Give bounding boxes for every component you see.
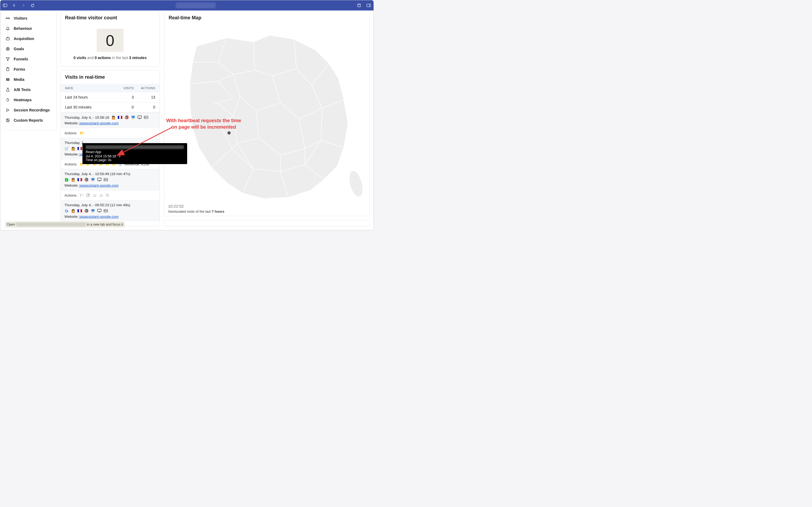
visit-timestamp: Thursday, July 4, - 09:55:23 (12 min 49s…	[64, 203, 130, 207]
tooltip-time-on-page: Time on page: 0s	[85, 158, 184, 162]
svg-point-7	[8, 18, 10, 19]
actions-label: Actions:	[64, 162, 77, 166]
caption-and: and	[86, 56, 95, 60]
back-icon[interactable]	[12, 3, 16, 7]
sidebar-item-visitors[interactable]: Visitors	[1, 13, 56, 23]
drop-icon	[6, 98, 10, 102]
sidebar-item-heatmaps[interactable]: Heatmaps	[1, 95, 56, 105]
website-link[interactable]: tagassistant.google.com	[78, 121, 118, 125]
svg-rect-55	[92, 212, 94, 212]
sidebar-item-acquisition[interactable]: Acquisition	[1, 34, 56, 44]
chrome-icon	[125, 115, 129, 119]
play-icon	[6, 108, 10, 112]
table-row[interactable]: Last 30 minutes 0 0	[61, 102, 160, 112]
svg-point-59	[105, 210, 106, 211]
share-icon[interactable]	[357, 3, 361, 7]
chrome-icon	[84, 209, 89, 213]
sidebar-item-label: Behaviour	[14, 26, 32, 31]
sidebar-item-funnels[interactable]: Funnels	[1, 54, 56, 64]
row-date: Last 24 hours	[65, 95, 115, 99]
forward-icon	[21, 3, 25, 7]
svg-point-50	[106, 194, 108, 196]
row-visits: 0	[115, 105, 134, 109]
funnel-icon	[6, 57, 10, 61]
table-header: DATE VISITS ACTIONS	[61, 84, 160, 92]
cloud-icon[interactable]: ☁️	[99, 193, 103, 198]
sidebar-toggle-icon[interactable]	[3, 3, 7, 7]
external-link-icon[interactable]	[86, 193, 90, 198]
website-label: Website:	[64, 183, 78, 187]
sidebar-item-label: Goals	[14, 47, 24, 51]
caption-minutes: 3 minutes	[129, 56, 147, 60]
map-marker[interactable]	[227, 131, 231, 134]
goal-badge-icon: 1	[64, 177, 69, 182]
sidebar: Visitors Behaviour Acquisition Goals Fun…	[1, 11, 57, 130]
svg-rect-38	[65, 177, 66, 179]
caption-in: in the last	[111, 56, 129, 60]
svg-point-62	[347, 169, 365, 199]
row-actions: 13	[134, 95, 155, 99]
clipboard-icon	[6, 67, 10, 71]
svg-rect-29	[132, 118, 134, 119]
sidebar-item-behaviour[interactable]: Behaviour	[1, 23, 56, 34]
sidebar-item-label: Heatmaps	[14, 98, 32, 102]
svg-text:1: 1	[66, 179, 67, 181]
user-icon: 🙍	[71, 177, 75, 182]
th-actions: ACTIONS	[134, 87, 155, 90]
svg-rect-41	[91, 178, 95, 180]
sidebar-item-abtests[interactable]: A/B Tests	[1, 84, 56, 95]
user-icon: 🙍	[71, 146, 75, 151]
target-icon	[6, 47, 10, 51]
row-visits: 3	[115, 95, 134, 99]
website-label: Website:	[64, 121, 78, 125]
desktop-icon	[137, 115, 142, 119]
search-icon[interactable]	[105, 193, 110, 198]
svg-rect-18	[7, 79, 8, 80]
svg-rect-43	[98, 178, 101, 180]
sidebar-item-recordings[interactable]: Session Recordings	[1, 105, 56, 115]
statusbar-url-blur	[16, 223, 86, 226]
visit-entry[interactable]: Thursday, July 4, - 09:55:23 (12 min 49s…	[61, 200, 160, 221]
annotation-line1: With heartbeat requests the time	[166, 117, 241, 124]
visitor-count-caption: 0 visits and 0 actions in the last 3 min…	[61, 52, 160, 63]
mac-icon	[91, 209, 95, 213]
visit-entry[interactable]: Thursday, July 4, - 10:50:49 (19 min 47s…	[61, 169, 160, 190]
folder-icon[interactable]: 📁	[79, 131, 84, 135]
actions-row: Actions: 🏳️ ☁️ ☁️	[61, 190, 160, 200]
website-link[interactable]: tagassistant.google.com	[78, 183, 118, 187]
flag-icon[interactable]: 🏳️	[79, 193, 84, 198]
visit-entry[interactable]: Thursday, July 4, - 15:56:18 🙍 Website: …	[61, 112, 160, 128]
visitors-icon	[6, 16, 10, 20]
cloud-icon[interactable]: ☁️	[93, 193, 97, 198]
sidebar-item-forms[interactable]: Forms	[1, 64, 56, 74]
annotation-text: With heartbeat requests the time on page…	[166, 117, 241, 130]
desktop-icon	[97, 209, 102, 213]
visitor-count-card: Real-time visitor count 0 0 visits and 0…	[60, 11, 160, 67]
annotation-line2: on page will be incremented	[166, 124, 241, 130]
status-bar: Open in a new tab and focus it	[5, 222, 125, 227]
id-icon	[104, 177, 108, 182]
google-icon	[64, 209, 69, 213]
sidebar-item-label: Acquisition	[14, 37, 34, 41]
th-visits: VISITS	[115, 87, 134, 90]
svg-line-51	[108, 196, 109, 196]
svg-point-13	[8, 49, 8, 49]
svg-rect-19	[8, 79, 9, 80]
sidebar-item-media[interactable]: Media	[1, 74, 56, 84]
website-link[interactable]: tagassistant.google.com	[78, 215, 118, 219]
sidebar-item-goals[interactable]: Goals	[1, 44, 56, 54]
table-row[interactable]: Last 24 hours 3 13	[61, 92, 160, 102]
flask-icon	[6, 88, 10, 92]
reload-icon[interactable]	[31, 3, 35, 7]
tooltip-timestamp: Jul 4, 2024 15:56:18	[85, 154, 116, 158]
app-window: Visitors Behaviour Acquisition Goals Fun…	[0, 0, 374, 230]
visitor-count-value: 0	[97, 29, 123, 52]
caption-actions: 0 actions	[95, 56, 111, 60]
svg-rect-56	[98, 209, 101, 212]
svg-rect-4	[367, 4, 370, 7]
svg-point-46	[105, 179, 106, 180]
website-label: Website:	[64, 215, 78, 219]
panel-right-icon[interactable]	[366, 3, 371, 7]
sidebar-item-reports[interactable]: Custom Reports	[1, 115, 56, 125]
svg-rect-54	[91, 209, 95, 211]
